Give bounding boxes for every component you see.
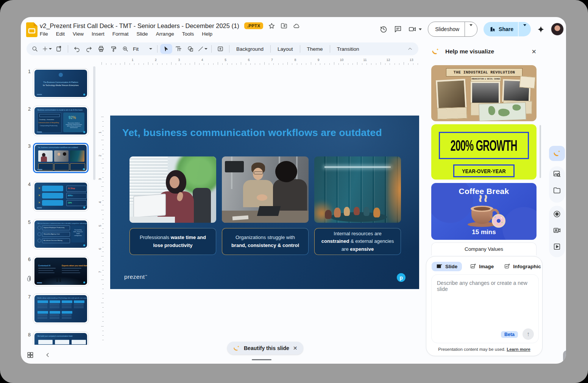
paperclip-icon — [26, 275, 33, 283]
slide-thumbnail-1[interactable]: The Business Communication AI Platform f… — [33, 68, 89, 98]
edit-toolbar: Fit Background Layout Theme Transition — [27, 42, 418, 55]
menu-edit[interactable]: Edit — [56, 31, 65, 37]
version-history-icon[interactable] — [379, 25, 388, 33]
result-industrial-revolution[interactable]: THE INDUSTRIAL REVOLUTION URBANIZATION &… — [431, 65, 537, 121]
search-menus-icon[interactable] — [29, 44, 41, 54]
rail-camera-recording-button[interactable] — [552, 226, 561, 235]
slide-canvas[interactable]: Yet, business communication workflows ar… — [110, 116, 419, 289]
slide-thumbnail-3-selected[interactable]: Yet, business communication workflows ar… — [33, 143, 89, 173]
share-caret-icon[interactable] — [523, 24, 526, 32]
gemini-spark-icon[interactable] — [537, 25, 545, 33]
menu-insert[interactable]: Insert — [92, 31, 104, 37]
menu-tools[interactable]: Tools — [182, 31, 194, 37]
tab-infographic[interactable]: Infographic — [502, 261, 543, 271]
banana-spark-icon — [431, 47, 440, 56]
slide-number: 8 — [24, 332, 31, 338]
rail-play-button[interactable] — [552, 242, 561, 251]
comments-icon[interactable] — [394, 25, 402, 33]
collapse-filmstrip-icon[interactable] — [45, 352, 51, 358]
menu-slide[interactable]: Slide — [137, 31, 148, 37]
tab-image[interactable]: Image — [468, 261, 496, 271]
slide-title[interactable]: Yet, business communication workflows ar… — [122, 127, 382, 139]
slideshow-caret-icon[interactable] — [469, 24, 473, 32]
text-box-tool[interactable] — [172, 44, 184, 54]
new-slide-caret-icon[interactable] — [49, 48, 52, 50]
industrial-title: THE INDUSTRIAL REVOLUTION — [446, 68, 522, 77]
zoom-fit-select[interactable]: Fit — [131, 46, 154, 52]
slide-thumbnail-7[interactable]: Build a deep understanding of Technology… — [33, 294, 89, 324]
rail-record-button[interactable] — [552, 209, 561, 219]
panel-scrollbar[interactable] — [540, 125, 541, 178]
menu-arrange[interactable]: Arrange — [156, 31, 174, 37]
paint-format-icon[interactable] — [107, 44, 119, 54]
share-button[interactable]: Share — [484, 22, 531, 36]
theme-button[interactable]: Theme — [303, 46, 327, 52]
visualize-prompt-card: Slide Image Infographic Beta ↑ Presentat… — [426, 256, 543, 356]
zoom-icon[interactable] — [119, 44, 131, 54]
move-to-folder-icon[interactable] — [280, 22, 288, 30]
document-title[interactable]: v2_Prezent First Call Deck - TMT - Senio… — [40, 22, 239, 30]
slideshow-button[interactable]: Slideshow — [428, 22, 477, 37]
describe-changes-input[interactable] — [432, 275, 538, 310]
caption-resources-expensive[interactable]: Internal resources are constrained & ext… — [314, 228, 401, 255]
export-icon[interactable] — [53, 44, 65, 54]
bottom-drag-handle[interactable] — [252, 359, 271, 360]
growth-subline: YEAR-OVER-YEAR — [462, 168, 505, 174]
slide-thumbnail-4[interactable]: ✕ ✕ ✕ AI Slop 90%+ 19% — [33, 181, 89, 211]
photo-professional-laptop[interactable] — [129, 156, 216, 223]
caret-down-icon — [419, 28, 422, 30]
slides-app-icon[interactable] — [26, 22, 37, 37]
rail-help-me-visualize-button[interactable] — [549, 146, 565, 161]
photo-colleagues-discussion[interactable] — [222, 156, 309, 223]
filmstrip-scrollbar[interactable] — [93, 66, 95, 180]
slide-thumbnail-5[interactable]: We turn business communication into a du… — [33, 219, 89, 249]
rail-folder-button[interactable] — [552, 186, 561, 195]
result-company-values[interactable]: Company Values — [431, 242, 537, 255]
new-slide-button[interactable] — [41, 44, 53, 54]
background-button[interactable]: Background — [232, 46, 268, 52]
caption-waste-time[interactable]: Professionals waste time and lose produc… — [129, 228, 216, 255]
print-button[interactable] — [95, 44, 107, 54]
close-panel-icon[interactable]: ✕ — [532, 48, 537, 55]
result-coffee-break[interactable]: Coffee Break 15 mins — [431, 183, 537, 240]
insert-placeholder-icon[interactable] — [214, 44, 226, 54]
photo-conference-meeting[interactable] — [314, 156, 401, 223]
line-tool[interactable] — [197, 44, 209, 54]
menu-help[interactable]: Help — [202, 31, 212, 37]
beautify-this-slide-button[interactable]: Beautify this slide ✕ — [227, 342, 303, 355]
desktop-background: v2_Prezent First Call Deck - TMT - Senio… — [0, 0, 588, 383]
shape-tool[interactable] — [184, 44, 197, 54]
menu-view[interactable]: View — [73, 31, 84, 37]
menu-file[interactable]: File — [40, 31, 48, 37]
slide-thumbnail-8[interactable]: We build your company's communication br… — [33, 331, 89, 345]
meet-join-button[interactable] — [408, 25, 422, 33]
rail-image-search-button[interactable] — [552, 169, 561, 178]
star-icon[interactable] — [268, 22, 275, 30]
menu-format[interactable]: Format — [112, 31, 129, 37]
banana-spark-icon — [553, 149, 561, 158]
caption-brand-consistency[interactable]: Organizations struggle with brand, consi… — [222, 228, 309, 255]
layout-button[interactable]: Layout — [273, 46, 297, 52]
pptx-badge: .PPTX — [244, 22, 264, 29]
chart-add-icon — [504, 263, 510, 269]
submit-prompt-button[interactable]: ↑ — [522, 328, 534, 340]
slide-number: 1 — [24, 69, 31, 74]
undo-button[interactable] — [71, 44, 83, 54]
learn-more-link[interactable]: Learn more — [507, 347, 530, 352]
panel-title: Help me visualize — [445, 48, 494, 55]
slide-thumbnail-6[interactable]: Contextual AI Experts when you need them — [33, 256, 89, 286]
slide-thumbnail-2[interactable]: Business communication is crucial to win… — [33, 106, 89, 136]
select-tool[interactable] — [160, 44, 172, 54]
grid-view-icon[interactable] — [27, 351, 34, 359]
result-200-growth[interactable]: 200% GROWTH YEAR-OVER-YEAR — [431, 124, 537, 180]
collapse-toolbar-icon[interactable] — [404, 44, 416, 54]
line-caret-icon[interactable] — [204, 48, 207, 50]
tab-slide[interactable]: Slide — [432, 262, 462, 271]
window-resize-grip[interactable] — [563, 350, 566, 364]
coffee-duration: 15 mins — [431, 228, 537, 236]
redo-button[interactable] — [83, 44, 95, 54]
cloud-status-icon[interactable] — [293, 22, 301, 30]
dismiss-beautify-icon[interactable]: ✕ — [293, 345, 298, 351]
account-avatar[interactable] — [551, 23, 564, 36]
transition-button[interactable]: Transition — [333, 46, 363, 52]
